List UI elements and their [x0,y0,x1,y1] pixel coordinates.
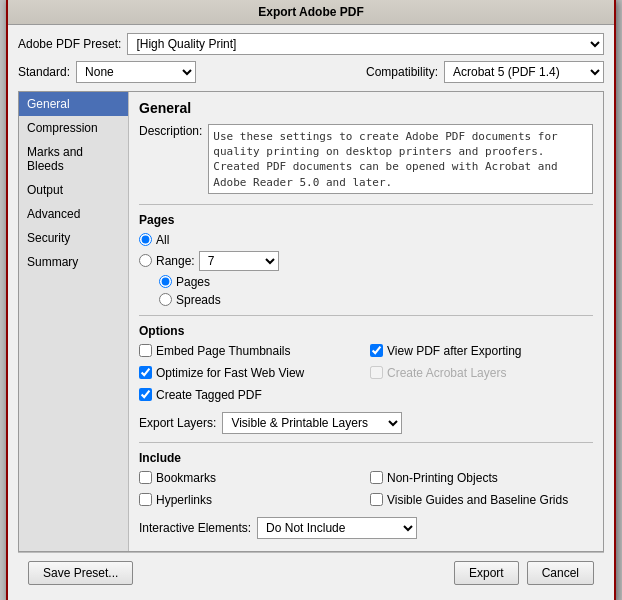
sidebar-item-advanced[interactable]: Advanced [19,202,128,226]
options-section-label: Options [139,324,593,338]
interactive-select[interactable]: Do Not Include [257,517,417,539]
standard-label: Standard: [18,65,70,79]
range-select[interactable]: 7 [199,251,279,271]
export-pdf-dialog: Export Adobe PDF Adobe PDF Preset: [High… [6,0,616,600]
create-tagged-checkbox[interactable] [139,388,152,401]
radio-range-label: Range: [156,254,195,268]
bookmarks-label: Bookmarks [156,471,216,485]
sidebar-item-summary[interactable]: Summary [19,250,128,274]
radio-range[interactable] [139,254,152,267]
include-section-label: Include [139,451,593,465]
compatibility-label: Compatibility: [366,65,438,79]
visible-guides-checkbox[interactable] [370,493,383,506]
export-button[interactable]: Export [454,561,519,585]
bottom-bar: Save Preset... Export Cancel [18,552,604,593]
sidebar-item-marks-bleeds[interactable]: Marks and Bleeds [19,140,128,178]
create-acrobat-label: Create Acrobat Layers [387,366,506,380]
sidebar-item-security[interactable]: Security [19,226,128,250]
optimize-web-label: Optimize for Fast Web View [156,366,304,380]
radio-all-label: All [156,233,169,247]
radio-spreads[interactable] [159,293,172,306]
export-layers-label: Export Layers: [139,416,216,430]
embed-thumbnails-label: Embed Page Thumbnails [156,344,291,358]
description-label: Description: [139,124,202,138]
pages-section-label: Pages [139,213,593,227]
preset-select[interactable]: [High Quality Print] [127,33,604,55]
description-textarea: Use these settings to create Adobe PDF d… [208,124,593,194]
options-grid: Embed Page Thumbnails View PDF after Exp… [139,344,593,406]
sidebar-item-output[interactable]: Output [19,178,128,202]
sidebar-item-compression[interactable]: Compression [19,116,128,140]
cancel-button[interactable]: Cancel [527,561,594,585]
non-printing-checkbox[interactable] [370,471,383,484]
view-pdf-label: View PDF after Exporting [387,344,522,358]
hyperlinks-label: Hyperlinks [156,493,212,507]
embed-thumbnails-checkbox[interactable] [139,344,152,357]
export-layers-select[interactable]: Visible & Printable Layers [222,412,402,434]
non-printing-label: Non-Printing Objects [387,471,498,485]
content-area: General Description: Use these settings … [129,92,603,551]
visible-guides-label: Visible Guides and Baseline Grids [387,493,568,507]
include-grid: Bookmarks Non-Printing Objects Hyperlink… [139,471,593,511]
optimize-web-checkbox[interactable] [139,366,152,379]
compatibility-select[interactable]: Acrobat 5 (PDF 1.4) [444,61,604,83]
bookmarks-checkbox[interactable] [139,471,152,484]
radio-spreads-label: Spreads [176,293,221,307]
interactive-label: Interactive Elements: [139,521,251,535]
radio-pages[interactable] [159,275,172,288]
create-tagged-label: Create Tagged PDF [156,388,262,402]
radio-all[interactable] [139,233,152,246]
dialog-title: Export Adobe PDF [8,0,614,25]
standard-select[interactable]: None [76,61,196,83]
radio-pages-label: Pages [176,275,210,289]
create-acrobat-checkbox[interactable] [370,366,383,379]
view-pdf-checkbox[interactable] [370,344,383,357]
preset-label: Adobe PDF Preset: [18,37,121,51]
sidebar: General Compression Marks and Bleeds Out… [19,92,129,551]
content-title: General [139,100,593,116]
save-preset-button[interactable]: Save Preset... [28,561,133,585]
hyperlinks-checkbox[interactable] [139,493,152,506]
sidebar-item-general[interactable]: General [19,92,128,116]
